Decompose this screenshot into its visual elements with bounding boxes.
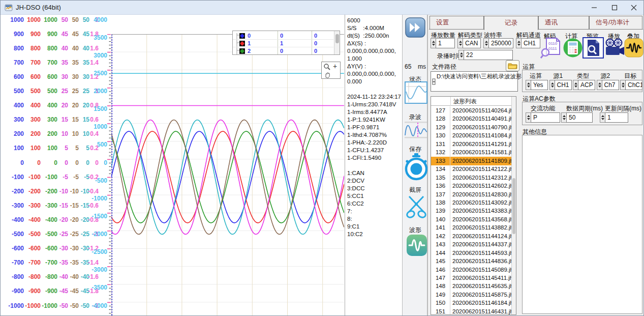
- axis-brown-label: -45: [68, 288, 79, 295]
- file-row[interactable]: 13420200620151142122.jhw: [431, 165, 516, 174]
- close-button[interactable]: [624, 1, 643, 15]
- waveform-plot[interactable]: [111, 34, 344, 316]
- file-row[interactable]: 15020200620151146184.jhw: [431, 299, 516, 307]
- operation-spinner-源2[interactable]: Ch7: [597, 80, 619, 90]
- file-row[interactable]: 15120200620151146431.jhw: [431, 307, 516, 315]
- record-time-spinner[interactable]: 22: [458, 50, 513, 60]
- spinner-value[interactable]: Yes: [531, 80, 548, 90]
- ac-param-header: 更新间隔(ms): [605, 104, 641, 113]
- sweep-time: 65 ms: [403, 63, 428, 70]
- file-row[interactable]: 14320200620151144337.jhw: [431, 240, 516, 249]
- zoom-plus-icon[interactable]: +: [333, 62, 337, 70]
- file-row[interactable]: 13820200620151143092.jhw: [431, 198, 516, 207]
- tab-通讯[interactable]: 通讯: [538, 16, 589, 29]
- spinner-播放数量[interactable]: 1: [431, 38, 455, 48]
- spinner-value[interactable]: CAN: [463, 38, 481, 48]
- play-camera-icon[interactable]: [604, 37, 625, 59]
- file-row[interactable]: 12820200620151140491.jhw: [431, 114, 516, 123]
- legend-row[interactable]: 000: [233, 32, 340, 40]
- scissors-icon[interactable]: [405, 193, 427, 219]
- minimize-button[interactable]: [585, 1, 604, 15]
- file-row-name: 20200620151144593.jhw: [452, 249, 516, 257]
- ac-param-spinner-更新间隔(ms)[interactable]: 1: [600, 112, 628, 123]
- operation-spinner-目标[interactable]: ChC1: [620, 80, 642, 90]
- spinner-value[interactable]: Ch7: [602, 80, 619, 90]
- ac-param-spinner-交流功能[interactable]: P: [526, 112, 560, 123]
- spinner-波特率[interactable]: 250000: [483, 38, 513, 48]
- spinner-value[interactable]: ACP: [578, 80, 595, 90]
- file-row[interactable]: 13720200620151142830.jhw: [431, 190, 516, 199]
- record-waveform-icon[interactable]: [404, 121, 427, 140]
- spinner-value[interactable]: P: [531, 112, 560, 123]
- spinner-value[interactable]: ChC1: [625, 80, 642, 90]
- file-row[interactable]: 12920200620151140790.jhw: [431, 123, 516, 132]
- tab-信号/功率计[interactable]: 信号/功率计: [589, 16, 642, 29]
- file-row[interactable]: 14120200620151143882.jhw: [431, 223, 516, 232]
- pan-hand-icon[interactable]: [324, 71, 331, 78]
- file-row[interactable]: 14520200620151144836.jhw: [431, 257, 516, 266]
- axis-magenta-label: -10: [57, 188, 68, 195]
- calculator-icon[interactable]: [562, 37, 584, 59]
- stopwatch-icon[interactable]: [404, 153, 428, 181]
- plot-legend[interactable]: 000110200300: [232, 31, 340, 55]
- file-list-scroll-thumb[interactable]: [512, 178, 515, 234]
- file-path-box[interactable]: D:\快速访问资料\三相机录波波形: [431, 71, 518, 92]
- decode-icon[interactable]: 01100111: [540, 37, 562, 59]
- zoom-icon[interactable]: [323, 63, 331, 71]
- legend-scrollbar[interactable]: [334, 31, 340, 55]
- file-row[interactable]: 12720200620151140264.jhw: [431, 106, 516, 115]
- waveform-icon[interactable]: [406, 234, 427, 256]
- file-row[interactable]: 13320200620151141809.jhw: [431, 157, 516, 165]
- file-row[interactable]: 14620200620151145089.jhw: [431, 266, 516, 274]
- overlay-wave-icon[interactable]: [623, 37, 644, 59]
- title-bar: JH-DSO (64bit): [1, 1, 644, 15]
- operation-spinner-运算[interactable]: Yes: [526, 80, 548, 90]
- other-info-box: [522, 135, 642, 314]
- svg-text:0110: 0110: [548, 41, 558, 46]
- spinner-value[interactable]: 1: [436, 38, 455, 48]
- tab-设置[interactable]: 设置: [430, 16, 484, 29]
- axis-brown-label: -25: [68, 231, 79, 238]
- maximize-button[interactable]: [605, 1, 624, 15]
- file-row[interactable]: 13120200620151141291.jhw: [431, 140, 516, 149]
- file-row[interactable]: 14920200620151145875.jhw: [431, 291, 516, 299]
- legend-row[interactable]: 200: [233, 47, 340, 55]
- spinner-解码类型[interactable]: CAN: [457, 38, 481, 48]
- spinner-解码通道[interactable]: CH1: [516, 38, 540, 48]
- preview-icon[interactable]: [582, 37, 604, 59]
- file-row[interactable]: 14420200620151144593.jhw: [431, 249, 516, 257]
- axis-green-label: -100: [38, 174, 57, 181]
- tab-记录[interactable]: 记录: [484, 16, 538, 30]
- status-waveform-icon[interactable]: [405, 81, 427, 104]
- file-row-name: 20200620151143568.jhw: [452, 215, 516, 224]
- file-row[interactable]: 14720200620151145411.jhw: [431, 274, 516, 282]
- app-window: JH-DSO (64bit) 1000900800700600500400300…: [0, 0, 644, 316]
- file-row-name: 20200620151145411.jhw: [452, 274, 516, 282]
- file-row[interactable]: 14020200620151143568.jhw: [431, 215, 516, 224]
- file-row[interactable]: 13020200620151141084.jhw: [431, 131, 516, 140]
- file-row[interactable]: 14820200620151145635.jhw: [431, 282, 516, 291]
- spinner-value[interactable]: CH1: [521, 38, 540, 48]
- ac-param-spinner-数据周期(ms)[interactable]: 50: [561, 112, 593, 123]
- file-list-divider: [450, 97, 451, 106]
- operation-spinner-源1[interactable]: CH1: [549, 80, 572, 90]
- axis-green-label: -500: [38, 231, 57, 238]
- file-row[interactable]: 13920200620151143383.jhw: [431, 207, 516, 215]
- spinner-value[interactable]: 1: [605, 112, 628, 123]
- file-row[interactable]: 13520200620151142312.jhw: [431, 174, 516, 182]
- file-row[interactable]: 13620200620151142602.jhw: [431, 182, 516, 190]
- fast-forward-button[interactable]: [405, 17, 425, 38]
- axis-brown-label: -40: [68, 273, 79, 281]
- spinner-value[interactable]: 250000: [488, 38, 513, 48]
- spinner-value[interactable]: 22: [464, 50, 513, 60]
- file-list-scrollbar[interactable]: [511, 97, 516, 315]
- file-row[interactable]: 13220200620151141581.jhw: [431, 148, 516, 157]
- browse-folder-button[interactable]: [506, 60, 519, 71]
- file-row[interactable]: 14220200620151144124.jhw: [431, 232, 516, 241]
- file-path-value: D:\快速访问资料\三相机录波波形: [437, 73, 522, 80]
- spinner-value[interactable]: CH1: [555, 80, 572, 90]
- settings-panel: 设置记录通讯信号/功率计 播放数量1解码类型CAN波特率250000解码通道CH…: [427, 15, 644, 316]
- spinner-value[interactable]: 50: [566, 112, 593, 123]
- legend-row[interactable]: 110: [233, 40, 340, 47]
- operation-spinner-类型[interactable]: ACP: [573, 80, 595, 90]
